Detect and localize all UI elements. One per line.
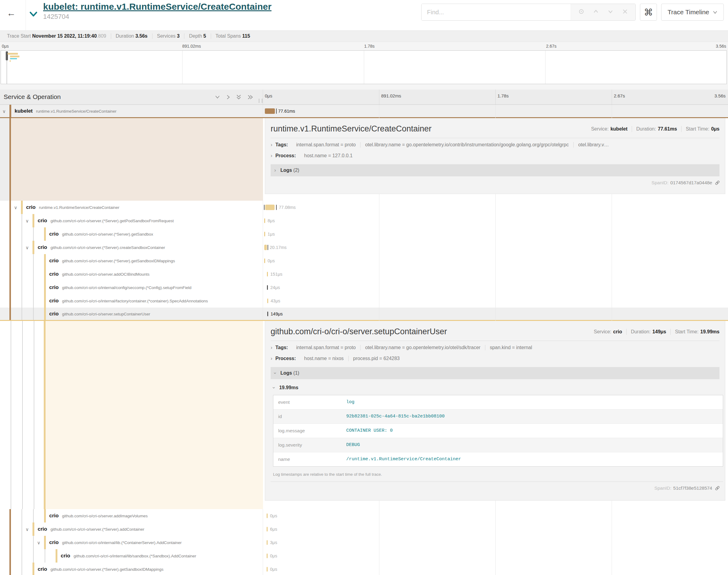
duration-label: 0μs bbox=[270, 553, 277, 558]
log-field-key: event bbox=[273, 395, 344, 409]
span-row[interactable]: ∨crioruntime.v1.RuntimeService/CreateCon… bbox=[0, 201, 728, 214]
log-mark bbox=[276, 205, 277, 210]
tag-item: otel.library.v… bbox=[573, 142, 614, 147]
span-tick[interactable] bbox=[267, 554, 268, 558]
trace-title-link[interactable]: kubelet: runtime.v1.RuntimeService/Creat… bbox=[43, 1, 271, 12]
span-tick[interactable] bbox=[267, 540, 268, 545]
span-tick[interactable] bbox=[267, 272, 268, 277]
span-row[interactable]: criogithub.com/cri-o/cri-o/server.addOCI… bbox=[0, 267, 728, 281]
link-icon[interactable] bbox=[715, 180, 720, 185]
timeline-tick: 1.78s bbox=[497, 93, 509, 98]
span-tick[interactable] bbox=[267, 311, 268, 316]
process-accordion[interactable]: › Process: host.name = nixos process.pid… bbox=[265, 352, 725, 363]
operation-name: github.com/cri-o/cri-o/server.addImageVo… bbox=[62, 514, 147, 518]
span-row[interactable]: criogithub.com/cri-o/cri-o/internal/lib/… bbox=[0, 549, 728, 563]
locate-icon[interactable] bbox=[574, 8, 589, 16]
span-row[interactable]: criogithub.com/cri-o/cri-o/server.setupC… bbox=[0, 308, 728, 321]
operation-name: github.com/cri-o/cri-o/internal/config/s… bbox=[62, 285, 191, 290]
indent-guide bbox=[11, 321, 11, 509]
detail-meta: Service:crio Duration:149μs Start Time:1… bbox=[594, 329, 720, 335]
span-row[interactable]: criogithub.com/cri-o/cri-o/server.(*Serv… bbox=[0, 254, 728, 267]
span-name-cell: ∨kubeletruntime.v1.RuntimeService/Create… bbox=[0, 105, 263, 117]
span-row[interactable]: ∨criogithub.com/cri-o/cri-o/server.(*Ser… bbox=[0, 241, 728, 254]
span-bar[interactable] bbox=[265, 205, 274, 210]
expander-icon[interactable]: ∨ bbox=[26, 527, 29, 532]
minimap-canvas[interactable] bbox=[1, 50, 727, 84]
indent-guide bbox=[33, 267, 34, 281]
expand-all-icon[interactable] bbox=[247, 94, 253, 101]
view-select-button[interactable]: Trace Timeline bbox=[661, 4, 724, 21]
span-name: kubeletruntime.v1.RuntimeService/CreateC… bbox=[14, 108, 116, 114]
service-name: crio bbox=[49, 298, 59, 304]
span-tick[interactable] bbox=[267, 285, 268, 290]
collapse-all-icon[interactable] bbox=[236, 94, 242, 101]
duration-label: 0μs bbox=[270, 567, 277, 572]
span-tick[interactable] bbox=[267, 527, 268, 532]
find-input[interactable] bbox=[422, 4, 571, 20]
expander-icon[interactable]: ∨ bbox=[14, 205, 17, 210]
trace-depth: Depth 5 bbox=[184, 33, 210, 39]
span-tick[interactable] bbox=[264, 232, 265, 236]
span-color-bar bbox=[44, 509, 46, 522]
span-tick[interactable] bbox=[267, 567, 268, 572]
span-row[interactable]: criogithub.com/cri-o/cri-o/server.(*Serv… bbox=[0, 563, 728, 575]
trace-collapse-icon[interactable] bbox=[29, 11, 38, 18]
log-field-value: log bbox=[344, 395, 357, 409]
trace-minimap: 0μs 891.02ms 1.78s 2.67s 3.56s bbox=[0, 42, 728, 90]
tags-accordion[interactable]: › Tags: internal.span.format = proto ote… bbox=[265, 138, 725, 149]
collapse-one-icon[interactable] bbox=[214, 94, 221, 101]
service-name: crio bbox=[26, 204, 36, 210]
span-name: criogithub.com/cri-o/cri-o/internal/lib/… bbox=[61, 553, 196, 559]
tags-accordion[interactable]: › Tags: internal.span.format = proto ote… bbox=[265, 341, 725, 352]
operation-name: github.com/cri-o/cri-o/internal/factory/… bbox=[62, 299, 208, 303]
indent-guide bbox=[33, 294, 34, 308]
expand-one-icon[interactable] bbox=[226, 94, 230, 101]
service-name: crio bbox=[49, 271, 59, 277]
expander-icon[interactable]: ∨ bbox=[37, 540, 40, 545]
minimap-gridline bbox=[545, 51, 545, 84]
span-row[interactable]: criogithub.com/cri-o/cri-o/server.addIma… bbox=[0, 509, 728, 522]
operation-name: github.com/cri-o/cri-o/server.(*Server).… bbox=[51, 245, 165, 250]
span-bar[interactable] bbox=[264, 245, 267, 250]
expander-icon[interactable]: ∨ bbox=[2, 109, 6, 113]
span-id-value: 51cf7f38e5128574 bbox=[673, 485, 712, 491]
logs-accordion[interactable]: › Logs (1) bbox=[271, 367, 720, 379]
span-tick[interactable] bbox=[267, 299, 268, 303]
process-accordion[interactable]: › Process: host.name = 127.0.0.1 bbox=[265, 149, 725, 160]
span-id-row: SpanID: 51cf7f38e5128574 bbox=[265, 482, 725, 491]
prev-result-icon[interactable] bbox=[589, 8, 603, 16]
span-row[interactable]: ∨kubeletruntime.v1.RuntimeService/Create… bbox=[0, 105, 728, 118]
tree-controls bbox=[214, 94, 253, 101]
operation-name: github.com/cri-o/cri-o/server.(*Server).… bbox=[51, 218, 174, 223]
clear-find-icon[interactable] bbox=[618, 8, 632, 16]
detail-span-name: runtime.v1.RuntimeService/CreateContaine… bbox=[271, 124, 591, 134]
span-row[interactable]: criogithub.com/cri-o/cri-o/internal/fact… bbox=[0, 294, 728, 308]
log-entry-header[interactable]: › 19.99ms bbox=[273, 380, 720, 391]
span-tick[interactable] bbox=[264, 259, 265, 263]
span-row[interactable]: ∨criogithub.com/cri-o/cri-o/server.(*Ser… bbox=[0, 522, 728, 536]
span-bar[interactable] bbox=[265, 108, 275, 114]
span-row[interactable]: ∨criogithub.com/cri-o/cri-o/internal/lib… bbox=[0, 536, 728, 549]
span-name: criogithub.com/cri-o/cri-o/server.(*Serv… bbox=[38, 526, 144, 532]
view-select-label: Trace Timeline bbox=[668, 8, 709, 16]
next-result-icon[interactable] bbox=[603, 8, 618, 16]
detail-meta: Service:kubelet Duration:77.61ms Start T… bbox=[591, 126, 720, 132]
span-tick[interactable] bbox=[264, 218, 265, 223]
log-field-row: id92b82381-025c-4a64-815c-ba2e1bb08100 bbox=[273, 409, 723, 424]
span-name-cell: criogithub.com/cri-o/cri-o/server.setupC… bbox=[0, 308, 263, 320]
logs-accordion[interactable]: › Logs (2) bbox=[271, 164, 720, 176]
link-icon[interactable] bbox=[715, 485, 720, 491]
span-row[interactable]: criogithub.com/cri-o/cri-o/server.(*Serv… bbox=[0, 227, 728, 241]
column-resizer[interactable] bbox=[259, 99, 262, 103]
span-tick[interactable] bbox=[267, 514, 268, 518]
back-arrow-icon[interactable]: ← bbox=[7, 8, 16, 18]
span-name-cell: criogithub.com/cri-o/cri-o/server.(*Serv… bbox=[0, 227, 263, 241]
detail-indent-area bbox=[0, 118, 263, 201]
indent-guide bbox=[22, 563, 22, 575]
expander-icon[interactable]: ∨ bbox=[26, 245, 29, 250]
span-row[interactable]: criogithub.com/cri-o/cri-o/internal/conf… bbox=[0, 281, 728, 294]
span-row[interactable]: ∨criogithub.com/cri-o/cri-o/server.(*Ser… bbox=[0, 214, 728, 227]
log-mark bbox=[276, 108, 277, 113]
keyboard-shortcuts-button[interactable]: ⌘ bbox=[640, 4, 657, 21]
expander-icon[interactable]: ∨ bbox=[26, 218, 29, 223]
